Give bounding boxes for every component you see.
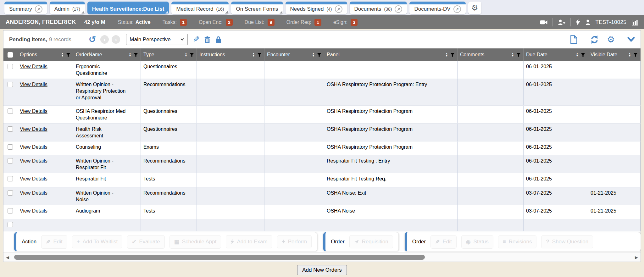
open-in-new-window-icon[interactable]: ↗ (35, 5, 42, 13)
ordername-cell: Audiogram (73, 205, 141, 219)
column-header-comments[interactable]: Comments▲▼ (458, 48, 524, 61)
add-new-orders-button[interactable]: Add New Orders (297, 265, 347, 275)
tab-label: On Screen Forms (236, 6, 278, 12)
bar-chart-icon[interactable] (631, 19, 638, 25)
refresh-icon[interactable] (590, 36, 599, 44)
sort-icon[interactable]: ▲▼ (61, 53, 64, 57)
open-in-new-window-icon[interactable]: ↗ (335, 5, 342, 13)
sort-icon[interactable]: ▲▼ (312, 53, 315, 57)
row-checkbox[interactable] (8, 108, 13, 114)
disabled-button-evaluate[interactable]: ✔Evaluate (127, 235, 164, 249)
tab-needs-signed[interactable]: Needs Signed(4)↗ (286, 2, 347, 14)
stat-badge[interactable]: 9 (268, 19, 275, 26)
undo-icon[interactable]: ↺ (89, 35, 96, 44)
filter-funnel-icon[interactable] (516, 53, 521, 57)
edit-pencil-icon[interactable]: ✎ (193, 35, 200, 44)
view-details-link[interactable]: View Details (20, 126, 47, 132)
column-header-ordername[interactable]: OrderName▲▼ (73, 48, 141, 61)
disabled-button-perform[interactable]: Perform (277, 235, 312, 248)
row-checkbox[interactable] (8, 190, 13, 196)
view-details-link[interactable]: View Details (20, 108, 47, 114)
sort-icon[interactable]: ▲▼ (185, 53, 187, 57)
column-header-visible-date[interactable]: Visible Date▲▼ (588, 48, 641, 61)
stat-badge[interactable]: 2 (226, 19, 233, 26)
sort-icon[interactable]: ▲▼ (445, 53, 448, 57)
row-checkbox[interactable] (8, 158, 13, 163)
disabled-button-edit[interactable]: ✎Edit (430, 235, 457, 249)
filter-funnel-icon[interactable] (450, 53, 455, 57)
row-checkbox[interactable] (8, 82, 13, 87)
tab-on-screen-forms[interactable]: On Screen Forms (231, 2, 283, 14)
scrollbar-thumb[interactable] (14, 255, 425, 260)
column-header-panel[interactable]: Panel▲▼ (324, 48, 458, 61)
lightning-icon[interactable] (576, 19, 580, 25)
new-document-icon[interactable] (570, 35, 578, 44)
sort-icon[interactable]: ▲▼ (129, 53, 131, 57)
column-header-type[interactable]: Type▲▼ (141, 48, 197, 61)
sort-icon[interactable]: ▲▼ (511, 53, 514, 57)
filter-funnel-icon[interactable] (317, 53, 321, 57)
encounter-cell (264, 61, 324, 79)
row-checkbox[interactable] (8, 208, 13, 213)
open-in-new-window-icon[interactable]: ↗ (453, 5, 461, 13)
nav-forward-icon[interactable]: › (112, 35, 120, 44)
settings-gear-icon[interactable]: ⚙ (607, 35, 615, 44)
select-all-checkbox[interactable] (8, 52, 13, 58)
sort-icon[interactable]: ▲▼ (252, 53, 255, 57)
view-details-link[interactable]: View Details (20, 64, 47, 69)
column-header-encounter[interactable]: Encounter▲▼ (264, 48, 324, 61)
filter-funnel-icon[interactable] (581, 53, 585, 57)
sort-icon[interactable]: ▲▼ (576, 53, 579, 57)
scroll-left-arrow-icon[interactable]: ◀ (6, 255, 9, 260)
filter-funnel-icon[interactable] (633, 53, 638, 57)
column-header-options[interactable]: Options▲▼ (17, 48, 73, 61)
horizontal-scrollbar[interactable]: ◀ ▶ (3, 252, 641, 262)
nav-back-icon[interactable]: ‹ (100, 35, 109, 44)
row-checkbox[interactable] (8, 126, 13, 132)
tab-admin[interactable]: Admin(17) (50, 2, 85, 14)
column-header-instructions[interactable]: Instructions▲▼ (197, 48, 264, 61)
filter-funnel-icon[interactable] (190, 53, 194, 57)
disabled-button-edit[interactable]: ✎Edit (41, 235, 67, 249)
view-details-link[interactable]: View Details (20, 82, 47, 87)
row-checkbox[interactable] (8, 222, 13, 227)
disabled-button-requisition[interactable]: Requisition (349, 235, 393, 248)
row-checkbox[interactable] (8, 64, 13, 69)
tab-settings-gear-button[interactable]: ⚙ (468, 2, 481, 14)
disabled-button-show-question[interactable]: ?Show Question (541, 235, 593, 248)
tab-summary[interactable]: Summary↗ (4, 2, 47, 14)
open-in-new-window-icon[interactable]: ↗ (395, 5, 402, 13)
view-details-link[interactable]: View Details (20, 208, 47, 213)
tab-medical-record[interactable]: Medical Record(16) (171, 2, 229, 14)
disabled-button-status[interactable]: ◉Status (461, 235, 493, 249)
disabled-button-revisions[interactable]: ≡Revisions (498, 235, 537, 248)
row-checkbox[interactable] (8, 176, 13, 181)
disabled-button-schedule-appt[interactable]: ▦Schedule Appt (169, 235, 221, 249)
perspective-select[interactable]: Main Perspective (126, 34, 188, 45)
sort-icon[interactable]: ▲▼ (628, 53, 631, 57)
column-header-due-date[interactable]: Due Date▲▼ (524, 48, 588, 61)
filter-funnel-icon[interactable] (257, 53, 262, 57)
filter-funnel-icon[interactable] (66, 53, 70, 57)
row-checkbox[interactable] (8, 144, 13, 150)
scroll-right-arrow-icon[interactable]: ▶ (635, 255, 638, 260)
stat-badge[interactable]: 1 (180, 19, 187, 26)
view-details-link[interactable]: View Details (20, 158, 47, 163)
collapse-chevron-icon[interactable] (627, 37, 635, 42)
tab-documents-dv[interactable]: Documents-DV↗ (409, 2, 465, 14)
tab-health-surveillance-due-list[interactable]: Health Surveillance:Due List (87, 2, 169, 14)
filter-funnel-icon[interactable] (134, 53, 138, 57)
stat-badge[interactable]: 3 (351, 19, 358, 26)
disabled-button-add-to-exam[interactable]: Add to Exam (226, 235, 272, 248)
column-label: Type (143, 52, 183, 58)
stat-badge[interactable]: 1 (314, 19, 321, 26)
view-details-link[interactable]: View Details (20, 144, 47, 150)
disabled-button-add-to-waitlist[interactable]: +Add To Waitlist (72, 235, 122, 248)
video-camera-icon[interactable] (540, 19, 547, 25)
view-details-link[interactable]: View Details (20, 190, 47, 196)
delete-trash-icon[interactable] (204, 36, 211, 43)
lock-icon[interactable] (215, 36, 222, 43)
tab-documents[interactable]: Documents(38)↗ (350, 2, 407, 14)
view-details-link[interactable]: View Details (20, 176, 47, 181)
add-person-icon[interactable] (558, 19, 565, 25)
